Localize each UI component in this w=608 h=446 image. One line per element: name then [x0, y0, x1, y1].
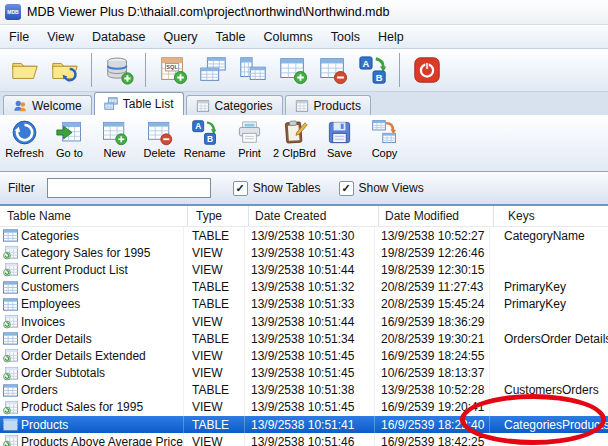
menu-item-database[interactable]: Database — [83, 25, 155, 48]
menu-item-columns[interactable]: Columns — [254, 25, 321, 48]
toolbar-button-new-query-sql-icon[interactable]: SQL — [154, 52, 191, 88]
svg-text:B: B — [375, 73, 382, 83]
toolbar-button-delete-table-icon[interactable] — [314, 52, 351, 88]
cell-table-name: Current Product List — [0, 261, 184, 278]
menu-bar: FileViewDatabaseQueryTableColumnsToolsHe… — [0, 25, 608, 49]
toolbar-button-exit-power-icon[interactable] — [408, 52, 445, 88]
cell-date-modified: 13/9/2538 10:52:27 — [375, 227, 490, 244]
table-icon — [3, 228, 18, 243]
toolbar-button-table-columns-icon[interactable] — [234, 52, 271, 88]
table-row-products-above-average-price[interactable]: Products Above Average PriceVIEW13/9/253… — [0, 433, 608, 446]
table-row-product-sales-for-1995[interactable]: Product Sales for 1995VIEW13/9/2538 10:5… — [0, 399, 608, 416]
rename-button[interactable]: ABRename — [182, 117, 227, 170]
column-header-keys[interactable]: Keys — [494, 206, 608, 226]
cell-table-name: Invoices — [0, 313, 184, 330]
cell-table-name: Order Details — [0, 330, 184, 347]
cell-date-modified: 16/9/2539 18:22:40 — [375, 416, 490, 433]
table-name-text: Categories — [21, 229, 79, 243]
add-database-icon — [104, 55, 134, 85]
tab-products[interactable]: Products — [285, 95, 371, 115]
print-button[interactable]: Print — [227, 117, 272, 170]
table-icon — [3, 331, 18, 346]
show-views-label: Show Views — [359, 181, 424, 195]
cell-date-modified: 16/9/2539 18:36:29 — [375, 313, 490, 330]
go-to-button[interactable]: Go to — [47, 117, 92, 170]
cell-date-modified: 20/8/2539 19:30:21 — [375, 330, 490, 347]
table-row-order-details-extended[interactable]: Order Details ExtendedVIEW13/9/2538 10:5… — [0, 347, 608, 364]
show-tables-label: Show Tables — [253, 181, 321, 195]
refresh-button[interactable]: Refresh — [2, 117, 47, 170]
table-row-invoices[interactable]: InvoicesVIEW13/9/2538 10:51:4416/9/2539 … — [0, 313, 608, 330]
tool-button-label: Delete — [144, 147, 176, 159]
table-name-text: Orders — [21, 383, 58, 397]
cell-table-name: Product Sales for 1995 — [0, 399, 184, 416]
column-header-date-created[interactable]: Date Created — [249, 206, 379, 226]
menu-item-view[interactable]: View — [38, 25, 83, 48]
table-row-order-subtotals[interactable]: Order SubtotalsVIEW13/9/2538 10:51:4510/… — [0, 365, 608, 382]
menu-item-table[interactable]: Table — [207, 25, 255, 48]
grid-body: CategoriesTABLE13/9/2538 10:51:3013/9/25… — [0, 227, 608, 446]
table-row-employees[interactable]: EmployeesTABLE13/9/2538 10:51:3320/8/253… — [0, 296, 608, 313]
view-icon — [3, 314, 18, 329]
tab-table-list[interactable]: Table List — [94, 92, 184, 115]
view-icon — [3, 348, 18, 363]
copy-button[interactable]: Copy — [362, 117, 407, 170]
toolbar-button-add-database-icon[interactable] — [100, 52, 137, 88]
filter-input[interactable] — [47, 178, 211, 198]
goto-icon — [56, 119, 83, 146]
cell-keys: PrimaryKey — [490, 279, 608, 296]
column-header-table-name[interactable]: Table Name — [0, 206, 188, 226]
cell-date-created: 13/9/2538 10:51:33 — [245, 296, 375, 313]
table-row-order-details[interactable]: Order DetailsTABLE13/9/2538 10:51:3420/8… — [0, 330, 608, 347]
2-clpbrd-button[interactable]: 2 ClpBrd — [272, 117, 317, 170]
cell-table-name: Products — [0, 416, 184, 433]
table-row-products[interactable]: ProductsTABLE13/9/2538 10:51:4116/9/2539… — [0, 416, 608, 433]
cell-type: VIEW — [184, 399, 245, 416]
title-bar[interactable]: MDB MDB Viewer Plus D:\thaiall.com\proje… — [0, 0, 608, 25]
tab-label: Welcome — [32, 99, 82, 113]
table-row-current-product-list[interactable]: Current Product ListVIEW13/9/2538 10:51:… — [0, 261, 608, 278]
column-header-type[interactable]: Type — [188, 206, 249, 226]
table-row-categories[interactable]: CategoriesTABLE13/9/2538 10:51:3013/9/25… — [0, 227, 608, 244]
cell-type: VIEW — [184, 313, 245, 330]
filter-label: Filter — [8, 181, 35, 195]
column-header-date-modified[interactable]: Date Modified — [379, 206, 494, 226]
delete-table-icon — [146, 119, 173, 146]
toolbar-button-reopen-folder-icon[interactable] — [46, 52, 83, 88]
svg-text:A: A — [195, 121, 201, 131]
cell-date-modified: 16/9/2539 19:20:41 — [375, 399, 490, 416]
main-toolbar: SQLAB — [0, 49, 608, 92]
view-icon — [3, 434, 18, 446]
cell-table-name: Employees — [0, 296, 184, 313]
delete-button[interactable]: Delete — [137, 117, 182, 170]
menu-item-query[interactable]: Query — [155, 25, 207, 48]
cell-type: TABLE — [184, 227, 245, 244]
filter-bar: Filter ✓ Show Tables ✓ Show Views — [0, 172, 608, 204]
cell-date-created: 13/9/2538 10:51:41 — [245, 416, 375, 433]
tool-button-label: 2 ClpBrd — [273, 147, 316, 159]
new-button[interactable]: New — [92, 117, 137, 170]
table-columns-icon — [238, 55, 268, 85]
menu-item-file[interactable]: File — [0, 25, 38, 48]
cell-date-modified: 20/8/2539 11:27:43 — [375, 279, 490, 296]
menu-item-help[interactable]: Help — [369, 25, 413, 48]
toolbar-button-tables-icon[interactable] — [194, 52, 231, 88]
menu-item-tools[interactable]: Tools — [322, 25, 369, 48]
reopen-folder-icon — [50, 55, 80, 85]
table-row-customers[interactable]: CustomersTABLE13/9/2538 10:51:3220/8/253… — [0, 279, 608, 296]
tool-button-label: New — [103, 147, 125, 159]
cell-type: VIEW — [184, 261, 245, 278]
save-button[interactable]: Save — [317, 117, 362, 170]
tab-welcome[interactable]: Welcome — [3, 95, 92, 115]
cell-date-created: 13/9/2538 10:51:34 — [245, 330, 375, 347]
print-icon — [236, 119, 263, 146]
toolbar-button-open-folder-icon[interactable] — [6, 52, 43, 88]
table-row-category-sales-for-1995[interactable]: Category Sales for 1995VIEW13/9/2538 10:… — [0, 244, 608, 261]
exit-power-icon — [412, 55, 442, 85]
toolbar-button-add-table-icon[interactable] — [274, 52, 311, 88]
show-views-checkbox[interactable]: ✓ — [339, 181, 354, 196]
tab-categories[interactable]: Categories — [186, 95, 283, 115]
show-tables-checkbox[interactable]: ✓ — [233, 181, 248, 196]
toolbar-button-rename-ab-icon[interactable]: AB — [354, 52, 391, 88]
table-row-orders[interactable]: OrdersTABLE13/9/2538 10:51:3813/9/2538 1… — [0, 382, 608, 399]
